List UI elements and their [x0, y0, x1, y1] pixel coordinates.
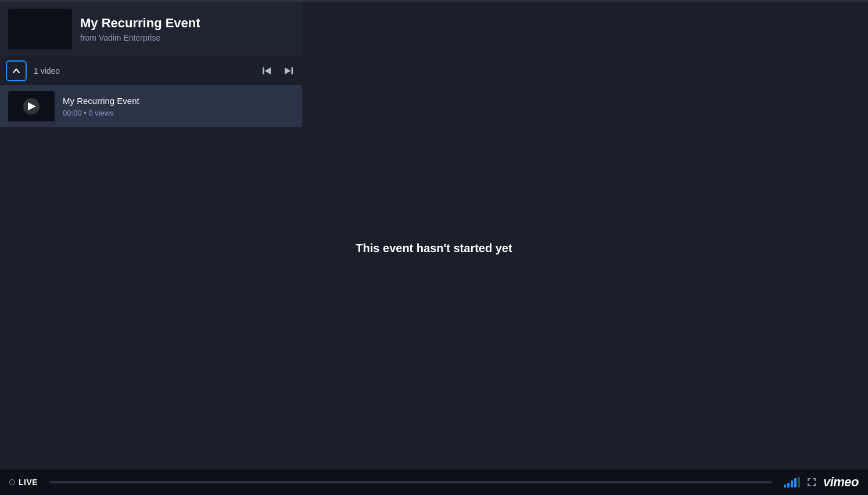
live-indicator: LIVE: [9, 478, 38, 487]
signal-bar-2: [787, 483, 790, 487]
signal-bars-icon: [784, 477, 800, 487]
progress-bar[interactable]: [49, 481, 772, 483]
signal-bar-3: [791, 480, 793, 487]
event-status-message: This event hasn't started yet: [356, 242, 512, 255]
signal-bar-1: [784, 485, 786, 487]
bottom-right-controls: vimeo: [784, 475, 859, 490]
vimeo-logo: vimeo: [823, 475, 859, 490]
signal-bar-4: [794, 478, 797, 487]
live-dot: [9, 479, 15, 485]
fullscreen-icon[interactable]: [806, 476, 817, 488]
signal-bar-5: [798, 477, 800, 487]
live-label: LIVE: [19, 478, 38, 487]
main-content: This event hasn't started yet: [0, 2, 868, 495]
bottom-bar: LIVE vimeo: [0, 469, 868, 495]
